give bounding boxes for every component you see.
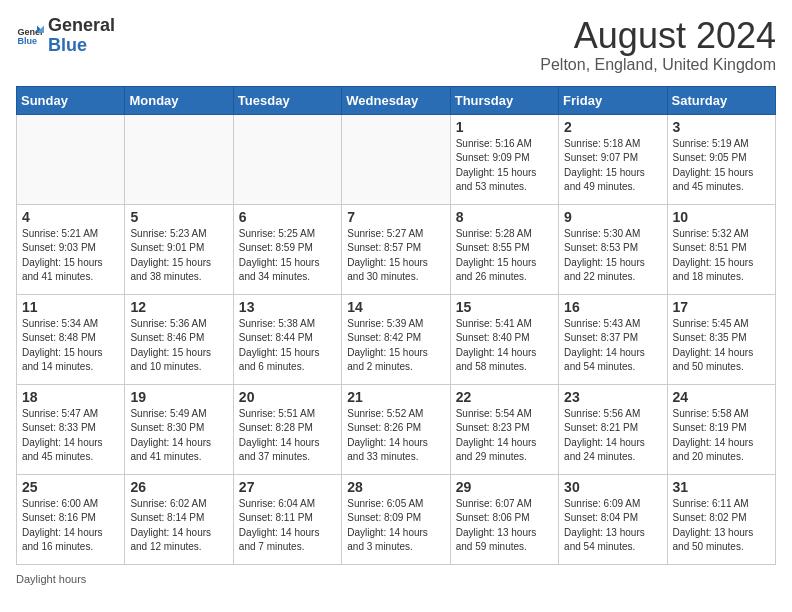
day-number: 27 [239, 479, 336, 495]
day-info: Sunrise: 5:54 AM Sunset: 8:23 PM Dayligh… [456, 407, 553, 465]
day-header-wednesday: Wednesday [342, 86, 450, 114]
calendar-cell: 22Sunrise: 5:54 AM Sunset: 8:23 PM Dayli… [450, 384, 558, 474]
calendar-cell: 11Sunrise: 5:34 AM Sunset: 8:48 PM Dayli… [17, 294, 125, 384]
day-number: 9 [564, 209, 661, 225]
day-number: 3 [673, 119, 770, 135]
day-number: 31 [673, 479, 770, 495]
day-info: Sunrise: 5:27 AM Sunset: 8:57 PM Dayligh… [347, 227, 444, 285]
calendar-cell: 23Sunrise: 5:56 AM Sunset: 8:21 PM Dayli… [559, 384, 667, 474]
daylight-hours-label: Daylight hours [16, 573, 86, 585]
day-number: 14 [347, 299, 444, 315]
calendar-cell: 5Sunrise: 5:23 AM Sunset: 9:01 PM Daylig… [125, 204, 233, 294]
calendar-cell: 20Sunrise: 5:51 AM Sunset: 8:28 PM Dayli… [233, 384, 341, 474]
day-number: 19 [130, 389, 227, 405]
day-info: Sunrise: 5:58 AM Sunset: 8:19 PM Dayligh… [673, 407, 770, 465]
day-info: Sunrise: 5:18 AM Sunset: 9:07 PM Dayligh… [564, 137, 661, 195]
week-row-4: 18Sunrise: 5:47 AM Sunset: 8:33 PM Dayli… [17, 384, 776, 474]
day-info: Sunrise: 5:16 AM Sunset: 9:09 PM Dayligh… [456, 137, 553, 195]
day-number: 12 [130, 299, 227, 315]
day-info: Sunrise: 5:28 AM Sunset: 8:55 PM Dayligh… [456, 227, 553, 285]
footer-note: Daylight hours [16, 573, 776, 585]
day-number: 6 [239, 209, 336, 225]
calendar-cell: 19Sunrise: 5:49 AM Sunset: 8:30 PM Dayli… [125, 384, 233, 474]
day-number: 21 [347, 389, 444, 405]
day-number: 10 [673, 209, 770, 225]
calendar-cell: 21Sunrise: 5:52 AM Sunset: 8:26 PM Dayli… [342, 384, 450, 474]
calendar-cell: 13Sunrise: 5:38 AM Sunset: 8:44 PM Dayli… [233, 294, 341, 384]
calendar-cell: 24Sunrise: 5:58 AM Sunset: 8:19 PM Dayli… [667, 384, 775, 474]
day-number: 1 [456, 119, 553, 135]
day-number: 7 [347, 209, 444, 225]
calendar-cell: 9Sunrise: 5:30 AM Sunset: 8:53 PM Daylig… [559, 204, 667, 294]
day-info: Sunrise: 5:34 AM Sunset: 8:48 PM Dayligh… [22, 317, 119, 375]
calendar-cell: 30Sunrise: 6:09 AM Sunset: 8:04 PM Dayli… [559, 474, 667, 564]
day-info: Sunrise: 5:47 AM Sunset: 8:33 PM Dayligh… [22, 407, 119, 465]
day-info: Sunrise: 5:23 AM Sunset: 9:01 PM Dayligh… [130, 227, 227, 285]
calendar-cell: 6Sunrise: 5:25 AM Sunset: 8:59 PM Daylig… [233, 204, 341, 294]
calendar-cell [125, 114, 233, 204]
day-number: 30 [564, 479, 661, 495]
day-info: Sunrise: 6:09 AM Sunset: 8:04 PM Dayligh… [564, 497, 661, 555]
day-info: Sunrise: 5:32 AM Sunset: 8:51 PM Dayligh… [673, 227, 770, 285]
svg-text:Blue: Blue [17, 35, 37, 45]
calendar-cell: 31Sunrise: 6:11 AM Sunset: 8:02 PM Dayli… [667, 474, 775, 564]
day-number: 13 [239, 299, 336, 315]
day-info: Sunrise: 6:04 AM Sunset: 8:11 PM Dayligh… [239, 497, 336, 555]
calendar-cell: 16Sunrise: 5:43 AM Sunset: 8:37 PM Dayli… [559, 294, 667, 384]
day-number: 25 [22, 479, 119, 495]
calendar-cell: 2Sunrise: 5:18 AM Sunset: 9:07 PM Daylig… [559, 114, 667, 204]
day-info: Sunrise: 5:51 AM Sunset: 8:28 PM Dayligh… [239, 407, 336, 465]
calendar-cell: 1Sunrise: 5:16 AM Sunset: 9:09 PM Daylig… [450, 114, 558, 204]
day-number: 5 [130, 209, 227, 225]
logo-general-text: General [48, 15, 115, 35]
day-number: 23 [564, 389, 661, 405]
day-info: Sunrise: 5:41 AM Sunset: 8:40 PM Dayligh… [456, 317, 553, 375]
header-row: SundayMondayTuesdayWednesdayThursdayFrid… [17, 86, 776, 114]
calendar-cell: 12Sunrise: 5:36 AM Sunset: 8:46 PM Dayli… [125, 294, 233, 384]
day-info: Sunrise: 5:19 AM Sunset: 9:05 PM Dayligh… [673, 137, 770, 195]
calendar-cell: 3Sunrise: 5:19 AM Sunset: 9:05 PM Daylig… [667, 114, 775, 204]
calendar-cell: 8Sunrise: 5:28 AM Sunset: 8:55 PM Daylig… [450, 204, 558, 294]
calendar-cell: 15Sunrise: 5:41 AM Sunset: 8:40 PM Dayli… [450, 294, 558, 384]
day-header-monday: Monday [125, 86, 233, 114]
day-header-sunday: Sunday [17, 86, 125, 114]
day-header-thursday: Thursday [450, 86, 558, 114]
calendar-cell: 26Sunrise: 6:02 AM Sunset: 8:14 PM Dayli… [125, 474, 233, 564]
calendar-cell: 25Sunrise: 6:00 AM Sunset: 8:16 PM Dayli… [17, 474, 125, 564]
header: General Blue General Blue August 2024 Pe… [16, 16, 776, 74]
calendar-table: SundayMondayTuesdayWednesdayThursdayFrid… [16, 86, 776, 565]
calendar-cell: 27Sunrise: 6:04 AM Sunset: 8:11 PM Dayli… [233, 474, 341, 564]
calendar-cell: 28Sunrise: 6:05 AM Sunset: 8:09 PM Dayli… [342, 474, 450, 564]
day-info: Sunrise: 5:45 AM Sunset: 8:35 PM Dayligh… [673, 317, 770, 375]
week-row-3: 11Sunrise: 5:34 AM Sunset: 8:48 PM Dayli… [17, 294, 776, 384]
day-number: 15 [456, 299, 553, 315]
day-number: 11 [22, 299, 119, 315]
month-title: August 2024 [540, 16, 776, 56]
day-info: Sunrise: 6:11 AM Sunset: 8:02 PM Dayligh… [673, 497, 770, 555]
calendar-cell: 29Sunrise: 6:07 AM Sunset: 8:06 PM Dayli… [450, 474, 558, 564]
day-info: Sunrise: 6:00 AM Sunset: 8:16 PM Dayligh… [22, 497, 119, 555]
day-header-friday: Friday [559, 86, 667, 114]
day-number: 18 [22, 389, 119, 405]
location-title: Pelton, England, United Kingdom [540, 56, 776, 74]
calendar-cell: 17Sunrise: 5:45 AM Sunset: 8:35 PM Dayli… [667, 294, 775, 384]
calendar-cell [342, 114, 450, 204]
day-number: 28 [347, 479, 444, 495]
calendar-cell: 4Sunrise: 5:21 AM Sunset: 9:03 PM Daylig… [17, 204, 125, 294]
day-info: Sunrise: 5:49 AM Sunset: 8:30 PM Dayligh… [130, 407, 227, 465]
day-info: Sunrise: 6:05 AM Sunset: 8:09 PM Dayligh… [347, 497, 444, 555]
day-info: Sunrise: 5:30 AM Sunset: 8:53 PM Dayligh… [564, 227, 661, 285]
calendar-cell: 10Sunrise: 5:32 AM Sunset: 8:51 PM Dayli… [667, 204, 775, 294]
day-number: 29 [456, 479, 553, 495]
day-info: Sunrise: 5:21 AM Sunset: 9:03 PM Dayligh… [22, 227, 119, 285]
title-area: August 2024 Pelton, England, United King… [540, 16, 776, 74]
day-info: Sunrise: 6:07 AM Sunset: 8:06 PM Dayligh… [456, 497, 553, 555]
logo-blue-text: Blue [48, 35, 87, 55]
day-number: 20 [239, 389, 336, 405]
logo: General Blue General Blue [16, 16, 115, 56]
calendar-cell: 18Sunrise: 5:47 AM Sunset: 8:33 PM Dayli… [17, 384, 125, 474]
day-number: 2 [564, 119, 661, 135]
day-info: Sunrise: 5:56 AM Sunset: 8:21 PM Dayligh… [564, 407, 661, 465]
calendar-cell: 14Sunrise: 5:39 AM Sunset: 8:42 PM Dayli… [342, 294, 450, 384]
day-number: 26 [130, 479, 227, 495]
